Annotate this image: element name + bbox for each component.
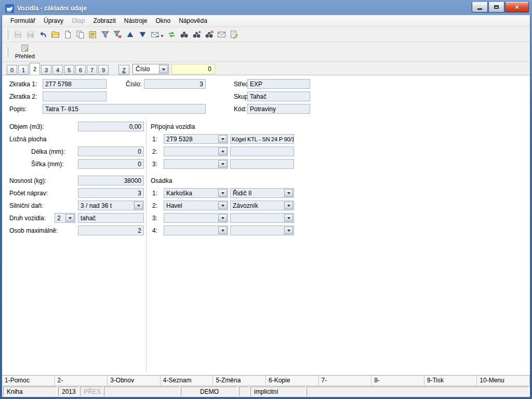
zkratka1-field[interactable]: 2T7 5798: [43, 79, 107, 89]
filter-value-field[interactable]: 0: [171, 64, 215, 74]
fnkey-3-obnov[interactable]: 3-Obnov: [108, 376, 161, 385]
osadka-row4-name-combo[interactable]: [164, 225, 228, 235]
dropdown-button[interactable]: [218, 135, 227, 143]
find-icon[interactable]: [179, 29, 190, 40]
save-record-icon[interactable]: [24, 29, 36, 40]
tab-4[interactable]: 4: [52, 65, 63, 75]
column-separator: [146, 119, 147, 371]
fnkey-6-kopie[interactable]: 6-Kopie: [266, 376, 319, 385]
tab-1[interactable]: 1: [18, 65, 29, 75]
app-window: Vozidla - základní údaje × Formulář Úpra…: [0, 0, 532, 399]
mail-icon[interactable]: [216, 29, 228, 40]
tab-3[interactable]: 3: [41, 65, 51, 75]
toolbar-grip[interactable]: [6, 29, 8, 39]
cislo-field[interactable]: 3: [144, 79, 206, 89]
close-button[interactable]: ×: [505, 2, 529, 12]
secondary-toolbar-grip[interactable]: [6, 47, 8, 57]
dropdown-button[interactable]: [218, 214, 227, 222]
osadka-row2-name-combo[interactable]: Havel: [164, 201, 228, 210]
new-icon[interactable]: [62, 29, 73, 40]
copy-icon[interactable]: [74, 29, 86, 40]
clipboard-icon[interactable]: [87, 29, 98, 40]
menu-okno[interactable]: Okno: [151, 16, 175, 26]
window-title: Vozidla - základní údaje: [17, 5, 471, 12]
edit-icon[interactable]: [229, 29, 240, 40]
prehled-button[interactable]: Přehled: [11, 43, 38, 61]
find-next-icon[interactable]: [191, 29, 203, 40]
pripojna-row3-code-combo[interactable]: [164, 159, 228, 169]
fnkey-2[interactable]: 2-: [55, 376, 108, 385]
nosnost-field[interactable]: 38000: [78, 176, 144, 185]
skupina-field[interactable]: Tahač: [247, 91, 310, 101]
stredisko-field[interactable]: EXP: [247, 79, 310, 89]
dropdown-button[interactable]: [65, 214, 74, 222]
dropdown-button[interactable]: [218, 160, 227, 168]
move-up-icon[interactable]: [124, 29, 136, 40]
popis-field[interactable]: Tatra T- 815: [43, 104, 206, 114]
dropdown-button[interactable]: [218, 227, 227, 234]
tab-9[interactable]: 9: [98, 65, 109, 75]
maximize-button[interactable]: [488, 2, 504, 12]
filter-icon[interactable]: [99, 29, 111, 40]
dropdown-button[interactable]: [218, 148, 227, 155]
osadka-row4-role-combo[interactable]: [230, 225, 294, 235]
fnkey-1-pomoc[interactable]: 1-Pomoc: [2, 376, 55, 385]
fnkey-7[interactable]: 7-: [319, 376, 372, 385]
dropdown-button[interactable]: [284, 202, 293, 209]
fnkey-5-zmena[interactable]: 5-Změna: [213, 376, 266, 385]
tab-2[interactable]: 2: [30, 63, 40, 75]
pripojna-row2-desc-field[interactable]: [230, 147, 294, 156]
fnkey-8[interactable]: 8-: [371, 376, 424, 385]
open-icon[interactable]: [49, 29, 61, 40]
silnicni-dan-combo[interactable]: 3 / nad 36 t: [78, 201, 144, 210]
sirka-field[interactable]: 0: [78, 159, 144, 169]
find-record-icon[interactable]: [204, 29, 215, 40]
minimize-button[interactable]: [472, 2, 488, 12]
pripojna-row3-desc-field[interactable]: [230, 159, 294, 169]
tab-0[interactable]: 0: [7, 65, 17, 75]
dropdown-button[interactable]: [284, 214, 293, 222]
osadka-row1-role-combo[interactable]: Řidič II: [230, 188, 294, 198]
pripojna-row1-code-combo[interactable]: 2T9 5328: [164, 134, 228, 144]
druh-vozidla-code-combo[interactable]: 2: [55, 213, 75, 223]
zkratka2-field[interactable]: [43, 91, 107, 101]
tab-6[interactable]: 6: [75, 65, 86, 75]
export-xml-icon[interactable]: [166, 29, 178, 40]
fnkey-10-menu[interactable]: 10-Menu: [477, 376, 530, 385]
save-icon[interactable]: [12, 29, 23, 40]
dropdown-button[interactable]: [218, 189, 227, 197]
menu-nastroje[interactable]: Nástroje: [120, 16, 152, 26]
filter-field-combo[interactable]: Číslo: [132, 64, 169, 74]
dropdown-button[interactable]: [134, 202, 143, 209]
osob-maximalne-field[interactable]: 2: [78, 225, 144, 235]
tab-7[interactable]: 7: [87, 65, 97, 75]
objem-field[interactable]: 0,00: [78, 122, 144, 131]
send-mail-dropdown-icon[interactable]: ▼: [160, 34, 164, 38]
pripojna-row1-desc-field[interactable]: Kögel KTL - SN 24 P 90/1: [230, 134, 294, 144]
osadka-row1-name-combo[interactable]: Karkoška: [164, 188, 228, 198]
dropdown-button[interactable]: [218, 202, 227, 209]
druh-vozidla-field[interactable]: tahač: [78, 213, 144, 223]
undo-icon[interactable]: [37, 29, 48, 40]
clear-filter-icon[interactable]: [112, 29, 123, 40]
move-down-icon[interactable]: [137, 29, 148, 40]
pocet-naprav-field[interactable]: 3: [78, 188, 144, 198]
fnkey-4-seznam[interactable]: 4-Seznam: [161, 376, 214, 385]
osadka-row3-name-combo[interactable]: [164, 213, 228, 223]
delka-field[interactable]: 0: [78, 147, 144, 156]
menu-formular[interactable]: Formulář: [6, 16, 39, 26]
menu-napoveda[interactable]: Nápověda: [175, 16, 211, 26]
kod-field[interactable]: Potraviny: [247, 104, 310, 114]
osadka-row2-role-combo[interactable]: Závozník: [230, 201, 294, 210]
pripojna-row2-code-combo[interactable]: [164, 147, 228, 156]
filter-field-dropdown-button[interactable]: [159, 65, 168, 73]
tab-5[interactable]: 5: [64, 65, 74, 75]
z-button[interactable]: Z: [118, 65, 129, 75]
fnkey-9-tisk[interactable]: 9-Tisk: [424, 376, 477, 385]
osadka-row3-role-combo[interactable]: [230, 213, 294, 223]
dropdown-button[interactable]: [284, 189, 293, 197]
dropdown-button[interactable]: [284, 227, 293, 234]
menu-zobrazit[interactable]: Zobrazit: [89, 16, 119, 26]
send-mail-icon[interactable]: [149, 29, 161, 40]
menu-upravy[interactable]: Úpravy: [39, 16, 68, 26]
